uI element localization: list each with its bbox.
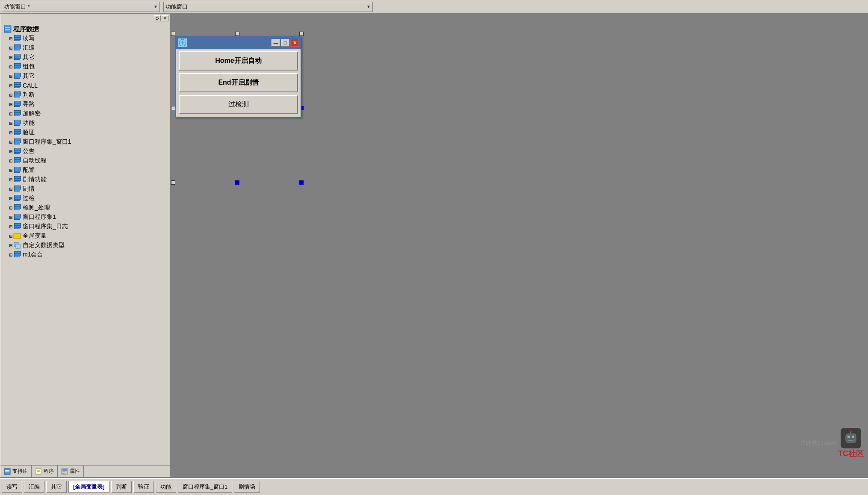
svg-rect-20 xyxy=(847,436,850,438)
tab-窗口程序集_窗口1-label: 窗口程序集_窗口1 xyxy=(183,483,227,491)
home-auto-button[interactable]: Home开启自动 xyxy=(179,51,298,71)
expand-icon: ⊞ xyxy=(9,46,12,50)
list-item[interactable]: ⊞ 其它 xyxy=(0,71,170,81)
tab-剧情场-label: 剧情场 xyxy=(239,483,255,491)
tab-program[interactable]: 程序 xyxy=(32,466,58,477)
bottom-tab-窗口程序集_窗口1[interactable]: 窗口程序集_窗口1 xyxy=(178,481,232,493)
stack-icon xyxy=(13,82,21,89)
expand-icon: ⊞ xyxy=(9,102,12,107)
watermark-site: 功能窗口.com xyxy=(800,439,836,447)
svg-rect-16 xyxy=(62,471,65,472)
item-label: 配置 xyxy=(23,166,35,174)
tab-props[interactable]: 属性 xyxy=(58,466,84,477)
stack-icon xyxy=(13,166,21,174)
stack-icon xyxy=(13,251,21,259)
close-button[interactable]: ✕ xyxy=(290,39,299,47)
list-item[interactable]: ⊞ 组包 xyxy=(0,62,170,71)
tree-scroll[interactable]: 程序数据 ⊞ 读写 ⊞ 汇编 ⊞ 其它 xyxy=(0,24,170,463)
end-story-button[interactable]: End开启剧情 xyxy=(179,73,298,92)
tab-program-label: 程序 xyxy=(44,468,54,475)
bottom-tabbar: 读写 汇编 其它 [全局变量表] 判断 验证 功能 窗口程序集_窗口1 剧情场 xyxy=(0,478,868,495)
panel-close-btn[interactable]: ✕ xyxy=(162,15,168,21)
expand-icon: ⊞ xyxy=(9,253,12,257)
svg-rect-7 xyxy=(16,244,20,248)
handle-tl xyxy=(171,32,175,36)
stack-icon xyxy=(13,147,21,155)
list-item[interactable]: ⊞ 自动线程 xyxy=(0,156,170,165)
stack-icon xyxy=(13,44,21,52)
minimize-button[interactable]: — xyxy=(272,39,280,47)
list-item[interactable]: ⊞ 寻路 xyxy=(0,100,170,109)
stack-icon xyxy=(13,213,21,221)
svg-rect-21 xyxy=(852,436,854,438)
handle-bc xyxy=(235,180,239,185)
list-item[interactable]: ⊞ 读写 xyxy=(0,34,170,43)
item-label: 剧情功能 xyxy=(23,176,47,183)
list-item[interactable]: ⊞ 功能 xyxy=(0,118,170,128)
list-item[interactable]: ⊞ 检测_处理 xyxy=(0,203,170,212)
top-toolbar: 功能窗口 * ▼ 功能窗口 ▼ xyxy=(0,0,868,14)
list-item[interactable]: ⊞ 过检 xyxy=(0,194,170,203)
expand-icon: ⊞ xyxy=(9,243,12,248)
list-item[interactable]: ⊞ 剧情功能 xyxy=(0,175,170,184)
bottom-tab-其它[interactable]: 其它 xyxy=(46,481,67,493)
list-item[interactable]: ⊞ 窗口程序集_窗口1 xyxy=(0,137,170,147)
expand-icon: ⊞ xyxy=(9,112,12,116)
stack-icon xyxy=(13,157,21,165)
stack-icon xyxy=(13,110,21,118)
list-item[interactable]: ⊞ 验证 xyxy=(0,128,170,137)
prop-icon xyxy=(61,468,68,475)
item-label: 自定义数据类型 xyxy=(23,242,65,249)
bottom-tab-读写[interactable]: 读写 xyxy=(2,481,22,493)
expand-icon: ⊞ xyxy=(9,196,12,201)
expand-icon: ⊞ xyxy=(9,36,12,41)
bottom-tab-汇编[interactable]: 汇编 xyxy=(24,481,44,493)
floating-titlebar: — □ ✕ xyxy=(176,37,301,49)
list-item[interactable]: ⊞ 自定义数据类型 xyxy=(0,241,170,250)
expand-icon: ⊞ xyxy=(9,159,12,163)
dropdown-2[interactable]: 功能窗口 ▼ xyxy=(163,2,373,12)
list-item[interactable]: ⊞ 公告 xyxy=(0,147,170,156)
item-label: 验证 xyxy=(23,129,35,136)
list-item[interactable]: ⊞ CALL xyxy=(0,81,170,90)
item-label: CALL xyxy=(23,82,38,89)
handle-ml xyxy=(171,106,175,110)
dropdown-2-arrow: ▼ xyxy=(366,4,371,9)
list-item[interactable]: ⊞ 窗口程序集1 xyxy=(0,212,170,222)
stack-icon xyxy=(13,119,21,127)
expand-icon: ⊞ xyxy=(9,149,12,154)
dropdown-1[interactable]: 功能窗口 * ▼ xyxy=(2,2,160,12)
list-item[interactable]: ⊞ 汇编 xyxy=(0,43,170,53)
item-label: 窗口程序集1 xyxy=(23,213,56,221)
expand-icon: ⊞ xyxy=(9,168,12,173)
tab-功能-label: 功能 xyxy=(160,483,171,491)
item-label: 窗口程序集_窗口1 xyxy=(23,138,71,146)
tab-support-lib[interactable]: 支持库 xyxy=(0,466,32,477)
item-label: 加解密 xyxy=(23,110,41,118)
list-item[interactable]: ⊞ 全局变量 xyxy=(0,231,170,241)
list-item[interactable]: ⊞ 窗口程序集_日志 xyxy=(0,222,170,231)
expand-icon: ⊞ xyxy=(9,206,12,210)
bottom-tab-验证[interactable]: 验证 xyxy=(133,481,154,493)
item-label: 判断 xyxy=(23,91,35,99)
list-item[interactable]: ⊞ m1会合 xyxy=(0,250,170,259)
list-item[interactable]: ⊞ 其它 xyxy=(0,53,170,62)
maximize-button[interactable]: □ xyxy=(281,39,289,47)
item-label: 功能 xyxy=(23,119,35,127)
tab-汇编-label: 汇编 xyxy=(29,483,40,491)
list-item[interactable]: ⊞ 配置 xyxy=(0,165,170,175)
list-item[interactable]: ⊞ 加解密 xyxy=(0,109,170,118)
bottom-tab-功能[interactable]: 功能 xyxy=(156,481,176,493)
bottom-tab-剧情场[interactable]: 剧情场 xyxy=(234,481,260,493)
tc-label: TC社区 xyxy=(838,448,864,459)
panel-restore-btn[interactable]: 🗗 xyxy=(154,15,161,21)
bottom-tab-全局变量表[interactable]: [全局变量表] xyxy=(68,481,109,493)
stack-icon xyxy=(13,91,21,99)
check-button[interactable]: 过检测 xyxy=(179,95,298,114)
svg-rect-10 xyxy=(5,471,9,472)
list-item[interactable]: ⊞ 判断 xyxy=(0,90,170,100)
tree-root[interactable]: 程序数据 xyxy=(0,24,170,34)
list-item[interactable]: ⊞ 剧情 xyxy=(0,184,170,194)
bottom-tab-判断[interactable]: 判断 xyxy=(111,481,132,493)
stack-icon xyxy=(13,223,21,230)
